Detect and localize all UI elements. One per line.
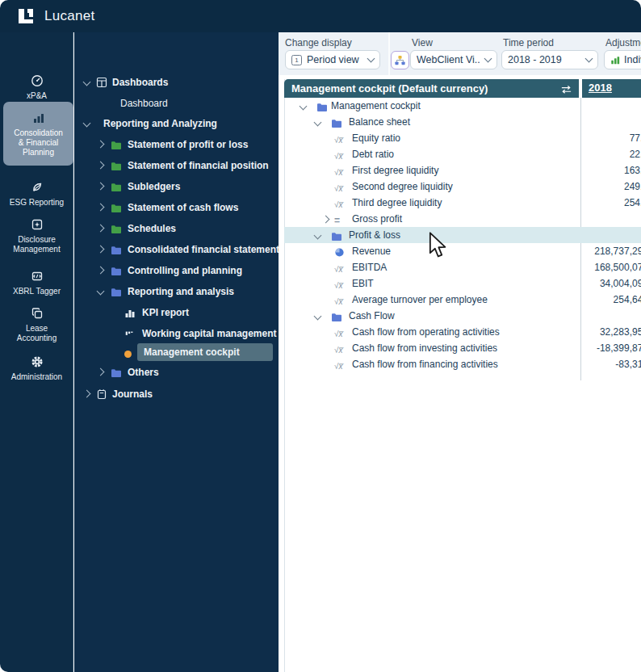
table-row[interactable]: Cash Flow [284,308,641,324]
sidebar-item-kpi-report[interactable]: KPI report [74,303,279,322]
table-row[interactable]: =Gross profit [284,211,641,227]
sidebar-item-reporting-and-analyzing[interactable]: Reporting and Analyzing [74,114,279,133]
sidebar-item-controlling-and-planning[interactable]: Controlling and planning [74,261,279,280]
period-view-icon: 1 [291,55,302,65]
table-row[interactable]: √x̅Cash flow from operating activities32… [284,324,641,340]
row-label: EBIT [352,275,374,292]
change-display-label: Change display [285,37,352,48]
formula-icon: √x̅ [334,342,343,356]
rail-item-esg[interactable]: ESG Reporting [3,181,70,208]
cell-value: 34,004,092 [588,275,641,292]
folder-blue-icon [111,265,122,279]
change-display-select[interactable]: 1 Period view [285,50,380,69]
sidebar-item-reporting-and-analysis[interactable]: Reporting and analysis [74,282,279,301]
table-row[interactable]: √x̅EBITDA168,500,070 [284,259,641,275]
swap-columns-icon[interactable] [560,83,572,98]
sidebar-item-management-cockpit[interactable]: Management cockpit [74,342,279,362]
chevron-down-icon [585,55,593,63]
rail-item-admin[interactable]: Administration [3,355,70,382]
chevron-down-icon[interactable] [300,103,308,111]
chevron-right-icon[interactable] [97,141,105,149]
chevron-down-icon[interactable] [83,78,91,86]
chevron-down-icon[interactable] [314,232,322,240]
adjustment-value: Individual [624,54,641,65]
hierarchy-view-button[interactable] [391,51,409,69]
sidebar-item-subledgers[interactable]: Subledgers [74,177,279,196]
table-row[interactable]: √x̅Cash flow from investing activities-1… [284,340,641,356]
sidebar-item-label: Schedules [128,219,176,238]
table-row[interactable]: √x̅EBIT34,004,092 [284,275,641,292]
adjustment-select[interactable]: Individual [604,50,641,69]
rail-item-lease[interactable]: LeaseAccounting [3,307,70,343]
chevron-right-icon[interactable] [97,267,105,275]
chevron-right-icon[interactable] [322,216,330,224]
formula-icon: √x̅ [334,293,343,308]
rail-item-label: & Financial [19,138,58,148]
table-row[interactable]: √x̅First degree liquidity163.4 [284,162,641,178]
table-row[interactable]: √x̅Average turnover per employee254,641 [284,292,641,308]
chevron-right-icon[interactable] [97,162,105,170]
sidebar-item-schedules[interactable]: Schedules [74,219,279,238]
table-row[interactable]: Management cockpit [284,98,641,114]
rail-item-consolidation[interactable]: Consolidation& FinancialPlanning [3,102,73,166]
sidebar-item-label: Dashboard [120,94,168,113]
sidebar-item-dashboards[interactable]: Dashboards [74,73,279,92]
sidebar-item-statement-of-profit-or-loss[interactable]: Statement of profit or loss [74,135,279,154]
time-period-select[interactable]: 2018 - 2019 [501,50,598,69]
chevron-right-icon[interactable] [97,225,105,233]
chevron-right-icon[interactable] [97,246,105,254]
table-row[interactable]: √x̅Second degree liquidity249.6 [284,178,641,195]
chevron-down-icon [484,55,492,63]
copy-icon [31,307,44,321]
chevron-down-icon[interactable] [97,288,105,296]
view-select[interactable]: WebClient Vi... [410,50,497,69]
rail-item-xbrl[interactable]: XBRL Tagger [3,270,70,296]
cell-value: 22.8 [588,146,641,162]
row-label: Equity ratio [352,130,400,146]
equals-icon: = [334,212,340,227]
sidebar-item-label: Reporting and analysis [128,282,234,301]
chevron-right-icon[interactable] [83,390,91,398]
sidebar-item-others[interactable]: Others [74,363,279,382]
row-label: Revenue [352,243,391,259]
table-row[interactable]: Revenue218,737,290 [284,243,641,259]
chevron-down-icon[interactable] [314,119,322,127]
sidebar-item-journals[interactable]: Journals [74,384,279,404]
table-row[interactable]: Profit & loss [284,227,641,243]
table-row[interactable]: Balance sheet [284,114,641,130]
sidebar-item-dashboard[interactable]: Dashboard [74,94,279,113]
year-column-link[interactable]: 2018 [589,79,612,97]
formula-icon: √x̅ [334,277,343,292]
formula-icon: √x̅ [334,358,343,372]
formula-icon: √x̅ [334,326,343,340]
table-row[interactable]: √x̅Cash flow from financing activities-8… [284,356,641,372]
rail-item-disclosure[interactable]: DisclosureManagement [3,218,70,254]
table-row[interactable]: √x̅Third degree liquidity254.5 [284,195,641,211]
cell-value: 32,283,950 [588,324,641,340]
table-row[interactable]: √x̅Debt ratio22.8 [284,146,641,162]
chevron-right-icon[interactable] [97,368,105,376]
sidebar-item-consolidated-financial-statements[interactable]: Consolidated financial statements [74,240,279,259]
rail-item-label: Lease [26,324,48,334]
adjustment-icon [610,55,620,65]
chevron-down-icon[interactable] [314,313,322,321]
view-label: View [412,37,433,48]
sidebar-item-label: Dashboards [112,73,168,92]
row-label: EBITDA [352,259,387,275]
chevron-right-icon[interactable] [97,204,105,212]
rail-item-label: Disclosure [18,235,56,245]
sidebar-item-statement-of-cash-flows[interactable]: Statement of cash flows [74,198,279,217]
leaf-icon [31,181,44,195]
table-header: Management cockpit (Default currency) [284,79,579,98]
chevron-down-icon[interactable] [83,120,91,128]
mini-chart-icon [124,328,134,342]
table-row[interactable]: √x̅Equity ratio77.1 [284,130,641,146]
rail-item-xpa[interactable]: xP&A [3,74,70,101]
formula-icon: √x̅ [334,261,343,275]
formula-icon: √x̅ [334,180,343,195]
gear-icon [31,355,44,369]
sidebar-item-working-capital-management[interactable]: Working capital management [74,324,279,343]
sidebar-item-statement-of-financial-position[interactable]: Statement of financial position [74,156,279,175]
cell-value: 254,641 [588,292,641,308]
chevron-right-icon[interactable] [97,183,105,191]
